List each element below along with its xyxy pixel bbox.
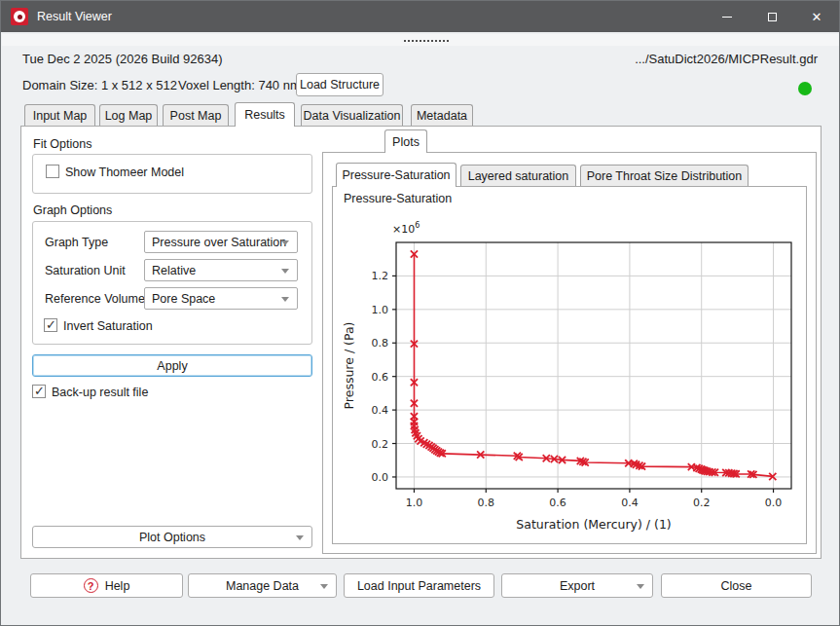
backup-checkbox[interactable]	[32, 385, 46, 398]
drag-handle-icon[interactable]	[404, 40, 449, 42]
date-build-label: Tue Dec 2 2025 (2026 Build 92634)	[22, 52, 223, 66]
chevron-down-icon	[637, 584, 644, 589]
graph-type-value: Pressure over Saturation	[152, 236, 286, 249]
load-structure-button[interactable]: Load Structure	[296, 73, 383, 96]
tab-plots[interactable]: Plots	[384, 129, 427, 153]
saturation-unit-select[interactable]: Relative	[144, 259, 298, 281]
title-bar[interactable]: Result Viewer ✕	[1, 1, 839, 32]
export-label: Export	[560, 579, 595, 593]
close-button[interactable]: ✕	[794, 1, 839, 32]
invert-saturation-checkbox[interactable]	[44, 318, 57, 332]
status-indicator-dot	[798, 82, 812, 95]
tab-post-map[interactable]: Post Map	[163, 104, 229, 126]
apply-button[interactable]: Apply	[32, 354, 312, 377]
svg-text:0.0: 0.0	[765, 497, 783, 509]
tab-metadata[interactable]: Metadata	[411, 104, 473, 126]
graph-type-label: Graph Type	[45, 236, 108, 249]
tab-log-map[interactable]: Log Map	[99, 104, 158, 126]
tab-layered-saturation[interactable]: Layered saturation	[460, 165, 576, 186]
svg-text:0.2: 0.2	[693, 497, 711, 509]
close-dialog-label: Close	[721, 579, 752, 593]
load-input-parameters-button[interactable]: Load Input Parameters	[344, 573, 494, 598]
domain-size-label: Domain Size: 1 x 512 x 512	[22, 78, 177, 92]
svg-text:0.6: 0.6	[549, 497, 566, 509]
show-thomeer-label: Show Thomeer Model	[65, 166, 184, 179]
svg-text:1.2: 1.2	[372, 270, 389, 282]
reference-volume-value: Pore Space	[152, 292, 215, 306]
svg-text:0.4: 0.4	[621, 497, 639, 509]
tab-results[interactable]: Results	[235, 102, 295, 127]
tab-pore-throat-size-distribution[interactable]: Pore Throat Size Distribution	[580, 165, 749, 186]
chevron-down-icon	[281, 240, 289, 245]
manage-data-button[interactable]: Manage Data	[188, 573, 337, 598]
invert-saturation-label: Invert Saturation	[63, 319, 153, 333]
chevron-down-icon	[296, 535, 304, 540]
result-viewer-window: Result Viewer ✕ Tue Dec 2 2025 (2026 Bui…	[0, 0, 840, 626]
help-label: Help	[105, 579, 130, 593]
help-button[interactable]: ? Help	[30, 573, 183, 598]
fit-options-heading: Fit Options	[33, 137, 91, 151]
close-dialog-button[interactable]: Close	[661, 573, 812, 598]
svg-text:0.8: 0.8	[478, 497, 495, 509]
pressure-saturation-chart: 1.00.80.60.40.20.00.00.20.40.60.81.01.2×…	[338, 215, 807, 538]
minimize-button[interactable]	[705, 1, 749, 32]
load-input-parameters-label: Load Input Parameters	[357, 579, 481, 593]
chart-title: Pressure-Saturation	[344, 192, 452, 205]
svg-text:0.8: 0.8	[372, 337, 389, 350]
show-thomeer-checkbox[interactable]	[46, 165, 59, 178]
voxel-length-label: Voxel Length: 740 nm	[178, 78, 301, 92]
chevron-down-icon	[281, 269, 289, 274]
maximize-icon	[768, 13, 777, 21]
plot-options-button[interactable]: Plot Options	[32, 526, 312, 548]
svg-text:0.4: 0.4	[372, 404, 389, 417]
chevron-down-icon	[320, 584, 328, 589]
saturation-unit-value: Relative	[152, 264, 196, 277]
svg-text:0.0: 0.0	[372, 471, 389, 484]
chevron-down-icon	[281, 297, 289, 302]
app-logo-icon	[11, 8, 28, 25]
svg-text:Saturation (Mercury) / (1): Saturation (Mercury) / (1)	[516, 517, 671, 532]
tab-data-visualization[interactable]: Data Visualization	[301, 104, 403, 126]
graph-type-select[interactable]: Pressure over Saturation	[144, 231, 298, 253]
tab-input-map[interactable]: Input Map	[24, 104, 95, 126]
window-title: Result Viewer	[37, 1, 112, 32]
svg-text:0.2: 0.2	[372, 438, 389, 451]
svg-text:1.0: 1.0	[372, 304, 389, 316]
maximize-button[interactable]	[749, 1, 794, 32]
plot-options-label: Plot Options	[139, 531, 205, 544]
result-file-path: .../SatuDict2026/MICPResult.gdr	[635, 52, 818, 66]
reference-volume-select[interactable]: Pore Space	[144, 287, 298, 310]
svg-text:×106: ×106	[392, 221, 420, 236]
help-icon: ?	[84, 578, 98, 593]
svg-text:Pressure / (Pa): Pressure / (Pa)	[342, 322, 356, 410]
svg-text:0.6: 0.6	[372, 371, 389, 384]
close-icon: ✕	[812, 11, 822, 23]
backup-label: Back-up result file	[52, 386, 148, 399]
tab-pressure-saturation[interactable]: Pressure-Saturation	[336, 163, 457, 187]
reference-volume-label: Reference Volume	[45, 292, 145, 306]
minimize-icon	[722, 17, 732, 18]
manage-data-label: Manage Data	[226, 579, 299, 593]
svg-text:1.0: 1.0	[406, 497, 423, 509]
export-button[interactable]: Export	[501, 573, 653, 598]
graph-options-heading: Graph Options	[33, 203, 112, 217]
saturation-unit-label: Saturation Unit	[45, 264, 126, 277]
